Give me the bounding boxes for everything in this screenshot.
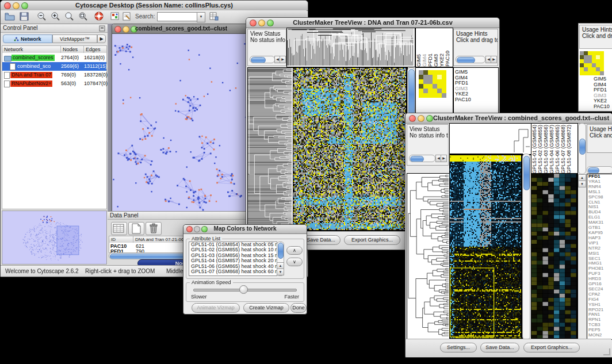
main-titlebar[interactable]: Cytoscape Desktop (Session Name: collins… — [1, 1, 308, 11]
network-table-header-edges[interactable]: Edges — [84, 46, 106, 53]
export-graphics-button[interactable]: Export Graphics... — [344, 235, 400, 245]
network-table-header-network[interactable]: Network — [2, 46, 61, 53]
network-row-rnapuber[interactable]: RNAPuberNov2+ 563(0) 107847(0) — [2, 79, 106, 88]
save-icon[interactable] — [19, 12, 29, 24]
network-nodes: 769(0) — [61, 72, 84, 78]
close-button[interactable] — [186, 226, 193, 232]
array-label[interactable]: GPL51-02 (GSM855) — [537, 125, 543, 174]
network-overview-thumbnail[interactable] — [2, 210, 107, 265]
gene-label[interactable]: MON2 — [587, 333, 612, 338]
treeview-dna-titlebar[interactable]: ClusterMaker TreeView : DNA and Tran 07-… — [246, 18, 499, 28]
move-down-button[interactable]: ∨ — [286, 258, 303, 266]
network-row-combined-scores[interactable]: combined_scores 2764(0) 16218(0) — [2, 53, 106, 62]
network-view-canvas[interactable] — [113, 34, 248, 214]
column-label[interactable]: YKE2 — [439, 53, 445, 67]
resize-grip[interactable] — [603, 348, 610, 355]
array-label[interactable]: GPL51-08 (GSM872) — [566, 125, 572, 174]
attribute-table-icon[interactable] — [111, 222, 127, 235]
zoom-selected-icon[interactable] — [78, 12, 89, 24]
export-graphics-button[interactable]: Export Graphics... — [523, 343, 580, 352]
scroll-down-arrow-icon[interactable]: ▼ — [277, 269, 284, 275]
zoom-fit-icon[interactable] — [64, 12, 75, 24]
column-label[interactable]: PFD1 — [427, 53, 433, 67]
labels-vscrollbar[interactable] — [578, 123, 586, 174]
scroll-right-arrow-icon[interactable]: ▶ — [441, 155, 447, 162]
view-status-hscrollbar[interactable] — [250, 56, 275, 63]
scroll-right-arrow-icon[interactable]: ▶ — [491, 56, 497, 63]
column-label[interactable]: GIM5 — [416, 54, 422, 67]
zoom-in-icon[interactable] — [50, 12, 61, 24]
array-label[interactable]: GPL51-06 (GSM865) — [554, 125, 560, 174]
treeview-combined-buttonbar: Settings... Save Data... Export Graphics… — [406, 339, 611, 357]
data-panel-title: Data Panel — [110, 212, 138, 219]
animate-vizmap-button[interactable]: Animate Vizmap — [192, 303, 240, 313]
save-data-button[interactable]: Save Data... — [301, 235, 341, 245]
global-heatmap[interactable] — [449, 154, 523, 340]
gene-list-hscrollbar[interactable] — [587, 166, 612, 174]
tab-network[interactable]: Network — [3, 35, 52, 43]
matrix-file-icon[interactable] — [128, 222, 144, 235]
zoom-matrix[interactable] — [419, 70, 446, 98]
network-row-combined-sco-selected[interactable]: combined_sco 2569(6) 13112(15) — [2, 62, 106, 71]
heatmap-vscrollbar[interactable] — [522, 154, 530, 340]
column-dendrogram[interactable] — [286, 28, 415, 67]
minimize-button[interactable] — [123, 26, 129, 33]
array-label[interactable]: GPL51-07 (GSM868) — [560, 125, 566, 174]
global-heatmap[interactable] — [293, 67, 408, 232]
zoom-out-icon[interactable] — [36, 12, 47, 24]
speed-slider-thumb[interactable] — [239, 285, 248, 294]
annotation-icon[interactable] — [122, 12, 132, 24]
column-dendrogram[interactable] — [449, 123, 531, 155]
dialog-titlebar[interactable]: Map Colors to Network — [183, 225, 307, 234]
minimize-button[interactable] — [258, 20, 265, 26]
network-frame-titlebar[interactable]: combined_scores_good.txt--cluste... — [112, 24, 250, 34]
control-panel: Control Panel Network VizMapper™ ▶ Netwo… — [1, 24, 108, 265]
tab-overflow-button[interactable]: ▶ — [97, 35, 106, 43]
done-button[interactable]: Done — [290, 303, 307, 313]
results-table-icon[interactable] — [209, 12, 219, 24]
array-label[interactable]: GPL51-03 (GSM856) — [543, 125, 549, 174]
close-button[interactable] — [250, 20, 257, 26]
view-status-hscrollbar[interactable] — [409, 155, 435, 162]
gene-label[interactable]: PAC10 — [592, 104, 612, 110]
column-label[interactable]: GIM3 — [433, 54, 439, 67]
column-label[interactable]: PAC10 — [445, 51, 450, 67]
close-button[interactable] — [409, 115, 416, 122]
node-attributes-icon[interactable] — [110, 12, 120, 24]
save-data-button[interactable]: Save Data... — [480, 343, 519, 352]
network-view-frame[interactable]: combined_scores_good.txt--cluste... — [112, 24, 251, 216]
treeview-combined-titlebar[interactable]: ClusterMaker TreeView : combined_scores_… — [406, 113, 612, 124]
search-input[interactable] — [157, 12, 197, 21]
open-folder-icon[interactable] — [4, 12, 16, 24]
row-dendrogram[interactable] — [407, 173, 450, 340]
row-dendrogram[interactable] — [247, 67, 293, 232]
close-button[interactable] — [114, 26, 121, 33]
attribute-item[interactable]: GPL51-07 (GSM868) heat shock 60 min — [189, 269, 277, 274]
minimize-button[interactable] — [418, 115, 424, 122]
search-dropdown-arrow-icon[interactable]: ▼ — [197, 12, 205, 22]
column-label[interactable]: GIM4 — [422, 54, 427, 67]
help-lifesaver-icon[interactable] — [94, 12, 105, 24]
scroll-right-arrow-icon[interactable]: ▶ — [280, 56, 286, 63]
settings-button[interactable]: Settings... — [440, 343, 477, 352]
close-button[interactable] — [4, 2, 11, 9]
minimize-button[interactable] — [194, 226, 200, 232]
move-up-button[interactable]: ∧ — [286, 246, 303, 255]
scroll-down-arrow-icon[interactable]: ▼ — [578, 181, 586, 187]
zoom-button[interactable] — [426, 115, 433, 122]
attr-col-id[interactable]: ID — [109, 236, 133, 243]
zoom-heatmap[interactable] — [531, 173, 578, 340]
create-vizmap-button[interactable]: Create Vizmap — [243, 303, 289, 313]
network-row-dna-tran[interactable]: DNA and Tran 07 769(0) 183728(0) — [2, 71, 106, 79]
usage-hints-hscrollbar[interactable] — [456, 56, 485, 63]
view-status-title: View Status — [248, 29, 286, 37]
float-panel-icon[interactable] — [99, 25, 105, 33]
fragment-zoom-matrix[interactable] — [580, 51, 604, 75]
minimize-button[interactable] — [13, 2, 20, 9]
array-label[interactable]: GPL51-01 (GSM854) — [531, 125, 537, 174]
network-table-header-nodes[interactable]: Nodes — [61, 46, 84, 53]
array-label[interactable]: GPL51-04 (GSM857) — [549, 125, 554, 174]
tab-vizmapper[interactable]: VizMapper™ — [52, 35, 97, 43]
gene-label[interactable]: PAC10 — [454, 97, 498, 103]
delete-trash-icon[interactable] — [146, 222, 162, 235]
